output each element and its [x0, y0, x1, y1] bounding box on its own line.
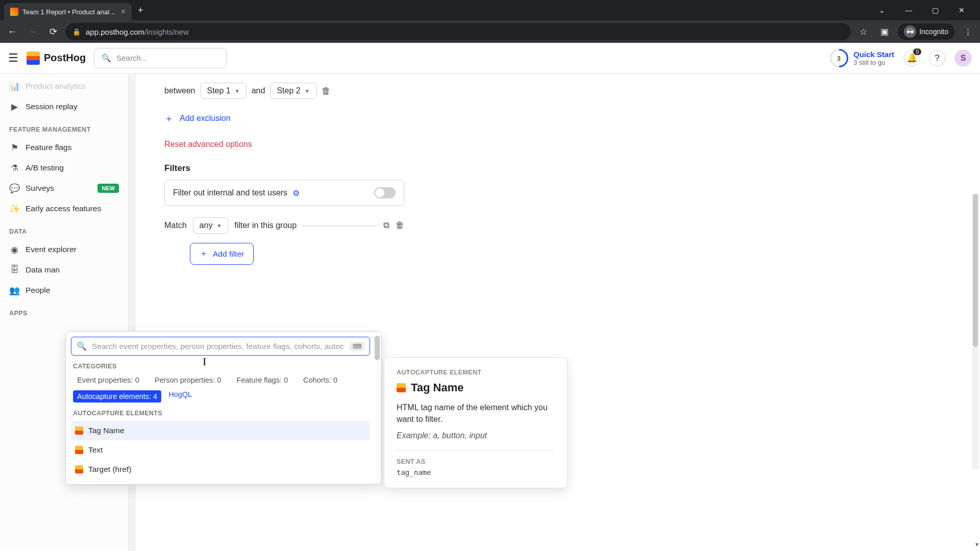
match-row: Match any ▼ filter in this group ⧉ 🗑 — [164, 217, 404, 234]
url-domain: app.posthog.com — [86, 28, 144, 36]
maximize-icon[interactable]: ▢ — [925, 6, 945, 14]
match-mode-select[interactable]: any ▼ — [193, 217, 229, 234]
keyboard-icon: ⌨ — [350, 342, 364, 351]
exclusion-row: between Step 1 ▼ and Step 2 ▼ 🗑 — [164, 83, 404, 99]
browser-chrome: Team 1 Report • Product analytic × + ⌄ ―… — [0, 0, 980, 43]
kebab-menu-icon[interactable]: ⋮ — [960, 27, 976, 37]
divider — [303, 226, 377, 226]
delete-exclusion-button[interactable]: 🗑 — [322, 86, 331, 96]
category-event-properties[interactable]: Event properties: 0 — [73, 374, 143, 386]
extensions-icon[interactable]: ▣ — [876, 27, 893, 37]
tab-title: Team 1 Report • Product analytic — [22, 8, 117, 16]
sidebar-item-product-analytics[interactable]: 📊 Product analytics — [0, 76, 128, 96]
chevron-down-icon[interactable]: ⌄ — [872, 6, 892, 14]
flag-icon: ⚑ — [9, 142, 19, 153]
minimize-icon[interactable]: ― — [898, 6, 919, 14]
address-bar: ← → ⟳ 🔒 app.posthog.com/insights/new ☆ ▣… — [0, 20, 980, 43]
new-tab-button[interactable]: + — [132, 5, 150, 16]
category-person-properties[interactable]: Person properties: 0 — [151, 374, 226, 386]
user-avatar[interactable]: S — [954, 49, 972, 67]
tab-strip: Team 1 Report • Product analytic × + ⌄ ―… — [0, 0, 980, 20]
database-icon: 🗄 — [9, 265, 19, 275]
sidebar-item-data-management[interactable]: 🗄 Data man — [0, 260, 128, 280]
add-exclusion-button[interactable]: ＋ Add exclusion — [164, 112, 404, 124]
window-controls: ⌄ ― ▢ ✕ — [872, 6, 976, 14]
step-from-select[interactable]: Step 1 ▼ — [201, 83, 247, 99]
chart-icon: 📊 — [9, 81, 19, 91]
incognito-label: Incognito — [919, 28, 948, 36]
app-header: ☰ PostHog 🔍 Search... 3 Quick Start 3 st… — [0, 43, 980, 73]
text-cursor-icon — [205, 356, 205, 366]
quick-start[interactable]: 3 Quick Start 3 still to go — [830, 49, 894, 67]
help-icon: ? — [935, 53, 939, 63]
info-eyebrow: AUTOCAPTURE ELEMENT — [397, 369, 555, 376]
and-label: and — [252, 86, 265, 95]
filters-heading: Filters — [164, 163, 404, 173]
sent-as-value: tag_name — [397, 468, 555, 477]
notifications-badge: 0 — [913, 48, 921, 55]
sidebar-item-event-explorer[interactable]: ◉ Event explorer — [0, 239, 128, 260]
lock-icon: 🔒 — [72, 28, 81, 36]
browser-tab[interactable]: Team 1 Report • Product analytic × — [4, 3, 132, 20]
bookmark-icon[interactable]: ☆ — [855, 27, 871, 37]
new-badge: NEW — [97, 184, 119, 193]
live-icon: ◉ — [9, 244, 19, 255]
element-tag-name[interactable]: Tag Name — [71, 421, 370, 440]
notifications-button[interactable]: 🔔 0 — [903, 50, 920, 66]
category-hogql[interactable]: HogQL — [168, 390, 192, 403]
hamburger-icon[interactable]: ☰ — [8, 52, 18, 65]
page-scrollbar[interactable] — [972, 194, 979, 469]
search-icon: 🔍 — [77, 341, 87, 351]
global-search[interactable]: 🔍 Search... — [94, 48, 227, 68]
sidebar-item-feature-flags[interactable]: ⚑ Feature flags — [0, 137, 128, 158]
filter-internal-label: Filter out internal and test users — [173, 188, 287, 197]
favicon-icon — [10, 8, 18, 16]
url-path: /insights/new — [144, 28, 189, 36]
sidebar-item-early-access[interactable]: ✨ Early access features — [0, 198, 128, 219]
chevron-down-icon[interactable]: ▾ — [975, 541, 978, 548]
element-target-href[interactable]: Target (href) — [71, 460, 370, 479]
chevron-down-icon: ▼ — [216, 223, 222, 229]
property-dropdown: 🔍 ⌨ CATEGORIES Event properties: 0 Perso… — [65, 331, 382, 485]
property-info-panel: AUTOCAPTURE ELEMENT Tag Name HTML tag na… — [384, 357, 568, 488]
plus-icon: ＋ — [200, 248, 208, 259]
copy-group-button[interactable]: ⧉ — [383, 220, 389, 231]
reset-advanced-link[interactable]: Reset advanced options — [164, 140, 252, 149]
step-to-select[interactable]: Step 2 ▼ — [270, 83, 316, 99]
add-filter-button[interactable]: ＋ Add filter — [190, 243, 254, 265]
search-placeholder: Search... — [116, 54, 147, 62]
property-search[interactable]: 🔍 ⌨ — [71, 337, 370, 356]
category-autocapture[interactable]: Autocapture elements: 4 — [73, 390, 161, 403]
logo-mark-icon — [27, 52, 40, 65]
insight-editor: between Step 1 ▼ and Step 2 ▼ 🗑 ＋ Add ex… — [164, 83, 404, 265]
posthog-icon — [75, 427, 83, 435]
element-text[interactable]: Text — [71, 440, 370, 460]
search-icon: 🔍 — [102, 54, 111, 63]
logo[interactable]: PostHog — [27, 52, 86, 65]
internal-users-filter: Filter out internal and test users ⚙ — [164, 180, 404, 206]
sidebar-item-session-replay[interactable]: ▶ Session replay — [0, 96, 128, 117]
gear-icon[interactable]: ⚙ — [292, 188, 300, 198]
back-button[interactable]: ← — [4, 23, 20, 40]
sidebar-item-surveys[interactable]: 💬 Surveys NEW — [0, 178, 128, 198]
posthog-icon — [75, 465, 83, 473]
close-tab-icon[interactable]: × — [121, 7, 126, 16]
category-cohorts[interactable]: Cohorts: 0 — [299, 374, 341, 386]
incognito-indicator[interactable]: 🕶 Incognito — [898, 23, 954, 40]
url-field[interactable]: 🔒 app.posthog.com/insights/new — [65, 23, 851, 40]
play-icon: ▶ — [9, 102, 19, 112]
chevron-down-icon: ▼ — [235, 88, 240, 94]
reload-button[interactable]: ⟳ — [45, 23, 61, 40]
dropdown-scrollbar[interactable] — [375, 336, 380, 360]
sidebar-item-people[interactable]: 👥 People — [0, 280, 128, 300]
property-search-input[interactable] — [92, 342, 345, 351]
match-label: Match — [164, 221, 187, 230]
internal-users-toggle[interactable] — [374, 187, 396, 198]
flask-icon: ⚗ — [9, 163, 19, 173]
delete-group-button[interactable]: 🗑 — [396, 220, 404, 231]
category-feature-flags[interactable]: Feature flags: 0 — [232, 374, 292, 386]
between-label: between — [164, 86, 195, 95]
sidebar-item-ab-testing[interactable]: ⚗ A/B testing — [0, 158, 128, 178]
close-window-icon[interactable]: ✕ — [951, 6, 972, 14]
help-button[interactable]: ? — [929, 50, 945, 66]
